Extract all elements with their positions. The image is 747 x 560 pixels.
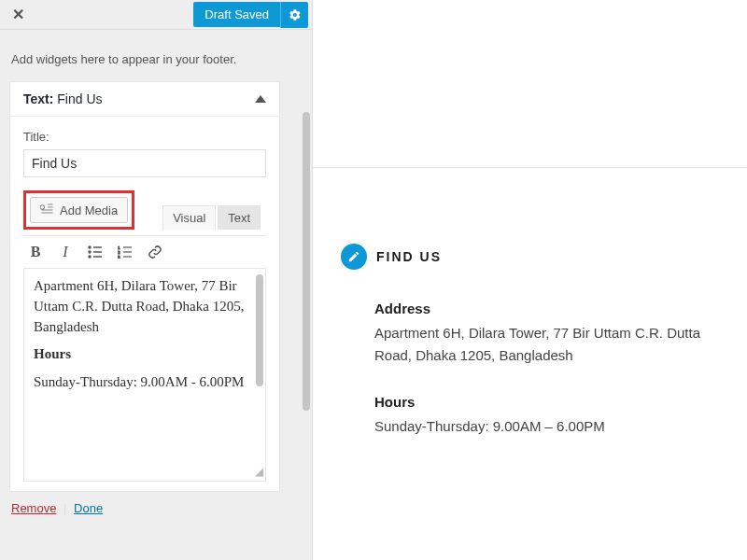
sidebar-scrollbar[interactable] [303, 112, 310, 411]
preview-widget-title: FIND US [376, 249, 442, 264]
draft-saved-button[interactable]: Draft Saved [193, 2, 280, 27]
bullet-list-button[interactable] [87, 244, 104, 260]
edit-shortcut-icon[interactable] [341, 244, 367, 270]
italic-button[interactable]: I [57, 244, 74, 260]
widget-type-label: Text: Find Us [23, 91, 103, 106]
svg-point-0 [89, 246, 91, 248]
svg-point-2 [89, 251, 91, 253]
add-media-highlight: Add Media [23, 190, 134, 230]
customizer-sidebar: ✕ Draft Saved Add widgets here to appear… [0, 0, 313, 560]
bold-button[interactable]: B [27, 244, 44, 260]
editor-address-text: Apartment 6H, Dilara Tower, 77 Bir Uttam… [34, 276, 256, 337]
tab-visual[interactable]: Visual [162, 205, 216, 230]
section-description: Add widgets here to appear in your foote… [11, 52, 303, 66]
widget-text: Text: Find Us Title: Add Media [9, 81, 280, 492]
preview-hours-text: Sunday-Thursday: 9.00AM – 6.00PM [374, 415, 719, 438]
scrollbar-thumb[interactable] [256, 274, 263, 386]
preview-hours-label: Hours [374, 391, 719, 413]
editor-content[interactable]: Apartment 6H, Dilara Tower, 77 Bir Uttam… [23, 269, 266, 482]
done-link[interactable]: Done [74, 501, 103, 515]
add-media-label: Add Media [60, 203, 118, 217]
numbered-list-button[interactable]: 123 [117, 244, 134, 260]
widget-header[interactable]: Text: Find Us [10, 82, 279, 117]
widget-footer-actions: Remove | Done [9, 492, 303, 525]
gear-icon[interactable] [280, 2, 308, 28]
svg-text:3: 3 [118, 255, 120, 259]
editor-toolbar: B I 123 [23, 235, 266, 269]
preview-address-text: Apartment 6H, Dilara Tower, 77 Bir Uttam… [374, 322, 719, 367]
sidebar-header: ✕ Draft Saved [0, 0, 312, 30]
remove-link[interactable]: Remove [11, 501, 56, 515]
editor-hours-label: Hours [34, 346, 71, 361]
svg-point-4 [89, 256, 91, 258]
close-icon[interactable]: ✕ [4, 1, 32, 29]
editor-hours-text: Sunday-Thursday: 9.00AM - 6.00PM [34, 372, 256, 393]
collapse-icon[interactable] [255, 95, 266, 103]
tab-text[interactable]: Text [218, 205, 261, 230]
media-icon [40, 203, 54, 217]
title-input[interactable] [23, 149, 266, 177]
title-label: Title: [23, 130, 266, 144]
preview-pane: FIND US Address Apartment 6H, Dilara Tow… [313, 168, 747, 560]
link-button[interactable] [147, 244, 163, 260]
preview-address-label: Address [374, 298, 719, 320]
add-media-button[interactable]: Add Media [30, 197, 128, 223]
resize-handle-icon[interactable]: ◢ [252, 468, 263, 479]
